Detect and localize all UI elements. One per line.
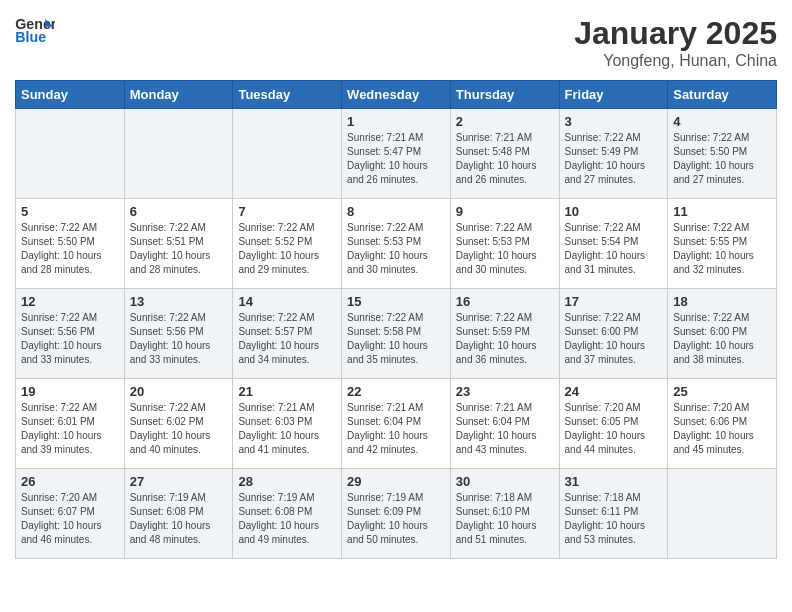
weekday-header: Friday [559,81,668,109]
day-number: 16 [456,294,554,309]
day-info: Sunrise: 7:22 AM Sunset: 5:55 PM Dayligh… [673,221,771,277]
weekday-header: Thursday [450,81,559,109]
day-info: Sunrise: 7:19 AM Sunset: 6:08 PM Dayligh… [130,491,228,547]
calendar-cell: 15Sunrise: 7:22 AM Sunset: 5:58 PM Dayli… [342,289,451,379]
day-number: 13 [130,294,228,309]
day-info: Sunrise: 7:22 AM Sunset: 6:00 PM Dayligh… [565,311,663,367]
day-number: 26 [21,474,119,489]
day-info: Sunrise: 7:22 AM Sunset: 5:50 PM Dayligh… [21,221,119,277]
day-info: Sunrise: 7:22 AM Sunset: 5:50 PM Dayligh… [673,131,771,187]
calendar-cell: 3Sunrise: 7:22 AM Sunset: 5:49 PM Daylig… [559,109,668,199]
day-number: 19 [21,384,119,399]
calendar-header: SundayMondayTuesdayWednesdayThursdayFrid… [16,81,777,109]
day-number: 4 [673,114,771,129]
calendar-cell: 8Sunrise: 7:22 AM Sunset: 5:53 PM Daylig… [342,199,451,289]
calendar-cell: 19Sunrise: 7:22 AM Sunset: 6:01 PM Dayli… [16,379,125,469]
day-info: Sunrise: 7:21 AM Sunset: 6:03 PM Dayligh… [238,401,336,457]
calendar-cell: 1Sunrise: 7:21 AM Sunset: 5:47 PM Daylig… [342,109,451,199]
day-number: 12 [21,294,119,309]
calendar-cell: 17Sunrise: 7:22 AM Sunset: 6:00 PM Dayli… [559,289,668,379]
logo-icon: General Blue [15,15,55,45]
calendar-cell: 25Sunrise: 7:20 AM Sunset: 6:06 PM Dayli… [668,379,777,469]
calendar-cell: 16Sunrise: 7:22 AM Sunset: 5:59 PM Dayli… [450,289,559,379]
day-info: Sunrise: 7:18 AM Sunset: 6:10 PM Dayligh… [456,491,554,547]
day-number: 29 [347,474,445,489]
calendar-cell: 27Sunrise: 7:19 AM Sunset: 6:08 PM Dayli… [124,469,233,559]
calendar-week-row: 5Sunrise: 7:22 AM Sunset: 5:50 PM Daylig… [16,199,777,289]
day-info: Sunrise: 7:21 AM Sunset: 5:47 PM Dayligh… [347,131,445,187]
day-info: Sunrise: 7:22 AM Sunset: 5:52 PM Dayligh… [238,221,336,277]
day-info: Sunrise: 7:20 AM Sunset: 6:06 PM Dayligh… [673,401,771,457]
calendar-cell: 24Sunrise: 7:20 AM Sunset: 6:05 PM Dayli… [559,379,668,469]
day-info: Sunrise: 7:19 AM Sunset: 6:09 PM Dayligh… [347,491,445,547]
calendar-cell: 12Sunrise: 7:22 AM Sunset: 5:56 PM Dayli… [16,289,125,379]
day-number: 27 [130,474,228,489]
calendar-cell: 30Sunrise: 7:18 AM Sunset: 6:10 PM Dayli… [450,469,559,559]
calendar-cell: 10Sunrise: 7:22 AM Sunset: 5:54 PM Dayli… [559,199,668,289]
day-info: Sunrise: 7:22 AM Sunset: 5:49 PM Dayligh… [565,131,663,187]
calendar-cell: 20Sunrise: 7:22 AM Sunset: 6:02 PM Dayli… [124,379,233,469]
calendar-cell: 2Sunrise: 7:21 AM Sunset: 5:48 PM Daylig… [450,109,559,199]
day-number: 1 [347,114,445,129]
day-info: Sunrise: 7:22 AM Sunset: 6:02 PM Dayligh… [130,401,228,457]
day-number: 8 [347,204,445,219]
calendar-cell: 11Sunrise: 7:22 AM Sunset: 5:55 PM Dayli… [668,199,777,289]
title-area: January 2025 Yongfeng, Hunan, China [574,15,777,70]
location: Yongfeng, Hunan, China [574,52,777,70]
day-number: 31 [565,474,663,489]
day-info: Sunrise: 7:22 AM Sunset: 5:53 PM Dayligh… [456,221,554,277]
calendar-cell [124,109,233,199]
day-number: 21 [238,384,336,399]
day-number: 6 [130,204,228,219]
calendar-cell: 21Sunrise: 7:21 AM Sunset: 6:03 PM Dayli… [233,379,342,469]
day-number: 20 [130,384,228,399]
calendar-week-row: 19Sunrise: 7:22 AM Sunset: 6:01 PM Dayli… [16,379,777,469]
day-number: 17 [565,294,663,309]
day-number: 10 [565,204,663,219]
day-number: 18 [673,294,771,309]
day-number: 28 [238,474,336,489]
day-number: 2 [456,114,554,129]
day-number: 24 [565,384,663,399]
calendar-cell: 13Sunrise: 7:22 AM Sunset: 5:56 PM Dayli… [124,289,233,379]
weekday-header: Sunday [16,81,125,109]
calendar-cell [668,469,777,559]
day-info: Sunrise: 7:22 AM Sunset: 5:57 PM Dayligh… [238,311,336,367]
calendar-cell: 4Sunrise: 7:22 AM Sunset: 5:50 PM Daylig… [668,109,777,199]
day-info: Sunrise: 7:22 AM Sunset: 5:58 PM Dayligh… [347,311,445,367]
weekday-header: Wednesday [342,81,451,109]
day-number: 15 [347,294,445,309]
day-info: Sunrise: 7:22 AM Sunset: 6:01 PM Dayligh… [21,401,119,457]
calendar-cell: 28Sunrise: 7:19 AM Sunset: 6:08 PM Dayli… [233,469,342,559]
calendar-table: SundayMondayTuesdayWednesdayThursdayFrid… [15,80,777,559]
day-info: Sunrise: 7:22 AM Sunset: 6:00 PM Dayligh… [673,311,771,367]
calendar-cell: 14Sunrise: 7:22 AM Sunset: 5:57 PM Dayli… [233,289,342,379]
calendar-body: 1Sunrise: 7:21 AM Sunset: 5:47 PM Daylig… [16,109,777,559]
day-info: Sunrise: 7:21 AM Sunset: 6:04 PM Dayligh… [347,401,445,457]
day-info: Sunrise: 7:22 AM Sunset: 5:51 PM Dayligh… [130,221,228,277]
calendar-cell: 31Sunrise: 7:18 AM Sunset: 6:11 PM Dayli… [559,469,668,559]
calendar-cell: 22Sunrise: 7:21 AM Sunset: 6:04 PM Dayli… [342,379,451,469]
day-info: Sunrise: 7:21 AM Sunset: 6:04 PM Dayligh… [456,401,554,457]
day-info: Sunrise: 7:22 AM Sunset: 5:56 PM Dayligh… [130,311,228,367]
calendar-cell: 5Sunrise: 7:22 AM Sunset: 5:50 PM Daylig… [16,199,125,289]
calendar-cell [233,109,342,199]
day-number: 7 [238,204,336,219]
day-number: 25 [673,384,771,399]
day-number: 3 [565,114,663,129]
svg-text:Blue: Blue [15,29,46,45]
weekday-header: Saturday [668,81,777,109]
day-info: Sunrise: 7:18 AM Sunset: 6:11 PM Dayligh… [565,491,663,547]
day-number: 23 [456,384,554,399]
calendar-week-row: 26Sunrise: 7:20 AM Sunset: 6:07 PM Dayli… [16,469,777,559]
day-number: 14 [238,294,336,309]
calendar-cell: 18Sunrise: 7:22 AM Sunset: 6:00 PM Dayli… [668,289,777,379]
month-title: January 2025 [574,15,777,52]
day-number: 30 [456,474,554,489]
day-number: 22 [347,384,445,399]
weekday-row: SundayMondayTuesdayWednesdayThursdayFrid… [16,81,777,109]
calendar-cell: 26Sunrise: 7:20 AM Sunset: 6:07 PM Dayli… [16,469,125,559]
day-info: Sunrise: 7:20 AM Sunset: 6:05 PM Dayligh… [565,401,663,457]
day-number: 11 [673,204,771,219]
calendar-cell [16,109,125,199]
